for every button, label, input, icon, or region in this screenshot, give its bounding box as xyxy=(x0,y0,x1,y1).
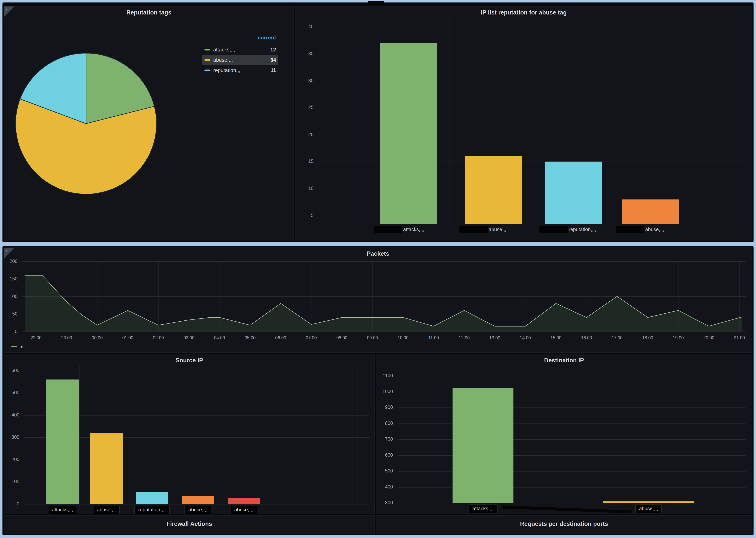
legend-dash-icon xyxy=(205,59,210,61)
y-axis-tick-label: 0 xyxy=(0,501,20,507)
legend-value: 12 xyxy=(261,47,276,53)
bar xyxy=(380,43,437,224)
panel-firewall-actions: Firewall Actions xyxy=(4,515,375,534)
packets-line-chart: 05010015020022:0023:0000:0001:0002:0003:… xyxy=(4,248,752,352)
line-series xyxy=(22,261,745,332)
pie-legend: current attacks,,,,12abuse,,,,34reputati… xyxy=(202,35,278,76)
legend-row[interactable]: reputation,,,,11 xyxy=(202,65,278,76)
gridline xyxy=(24,504,369,505)
x-axis-tick-label: 00:00 xyxy=(87,335,108,341)
panel-destination-ip: Destination IP 1100100090080070060050040… xyxy=(376,354,752,514)
x-axis-tick-label: 11:00 xyxy=(423,335,444,341)
packets-legend[interactable]: in xyxy=(12,344,24,349)
legend-row[interactable]: attacks,,,,12 xyxy=(202,45,278,55)
x-axis-label: abuse,,,, xyxy=(635,505,662,513)
x-axis-tick-label: 21:00 xyxy=(729,335,750,341)
y-axis-tick-label: 400 xyxy=(374,484,393,490)
x-axis-label: abuse,,,, xyxy=(616,226,664,233)
panel-requests-per-destination-ports: Requests per destination ports xyxy=(376,515,752,534)
gridline xyxy=(24,371,369,371)
y-axis-tick-label: 10 xyxy=(295,186,313,191)
x-axis-tick-label: 18:00 xyxy=(637,335,658,341)
bar xyxy=(46,380,79,504)
y-axis-tick-label: 800 xyxy=(374,420,393,426)
x-axis-tick-label: 20:00 xyxy=(698,335,719,341)
panel-source-ip: Source IP 0100200300400500600attacks,,,,… xyxy=(4,354,375,514)
panel-title-source-ip[interactable]: Source IP xyxy=(4,357,374,364)
x-axis-tick-label: 04:00 xyxy=(209,335,230,341)
legend-label[interactable]: abuse,,,, xyxy=(213,57,261,63)
y-axis-tick-label: 50 xyxy=(0,311,18,317)
y-axis-tick-label: 40 xyxy=(295,24,313,29)
panel-title-ip-list[interactable]: IP list reputation for abuse tag xyxy=(296,9,752,16)
gridline xyxy=(449,16,449,224)
x-axis-label: reputation,,,, xyxy=(539,226,596,233)
panel-packets: i Packets 05010015020022:0023:0000:0001:… xyxy=(4,247,752,352)
x-axis-tick-label: 08:00 xyxy=(331,335,353,341)
x-axis-tick-label: 15:00 xyxy=(545,335,566,341)
x-axis-tick-label: 16:00 xyxy=(576,335,597,341)
y-axis-tick-label: 900 xyxy=(374,404,393,410)
gridline xyxy=(318,27,744,27)
x-axis-label-text: attacks,,,, xyxy=(403,227,424,233)
top-section: i Reputation tags current attacks,,,,12a… xyxy=(2,2,754,242)
reputation-pie-chart[interactable] xyxy=(14,51,159,196)
info-icon-letter: i xyxy=(6,248,7,253)
x-axis-label: attacks,,,, xyxy=(374,226,424,233)
panel-info-icon[interactable]: i xyxy=(4,7,15,17)
ip-list-bar-chart: 510152025303540attacks,,,,abuse,,,,reput… xyxy=(296,7,752,241)
y-axis-tick-label: 600 xyxy=(0,368,20,373)
y-axis-tick-label: 500 xyxy=(0,390,20,395)
legend-value: 11 xyxy=(261,68,276,73)
y-axis-tick-label: 5 xyxy=(295,213,313,218)
panel-reputation-tags: i Reputation tags current attacks,,,,12a… xyxy=(4,6,294,241)
panel-title-firewall-actions[interactable]: Firewall Actions xyxy=(4,520,374,527)
y-axis-tick-label: 500 xyxy=(374,468,393,474)
legend-dash-icon xyxy=(205,70,210,71)
legend-header-current[interactable]: current xyxy=(202,35,278,41)
y-axis-tick-label: 200 xyxy=(0,258,18,264)
bar xyxy=(136,492,168,504)
gridline xyxy=(661,366,661,503)
panel-title-reputation-tags[interactable]: Reputation tags xyxy=(4,9,294,16)
x-axis-label: abuse,,,, xyxy=(459,226,508,233)
bar xyxy=(465,156,522,224)
x-axis-tick-label: 13:00 xyxy=(484,335,505,341)
panel-info-icon[interactable]: i xyxy=(4,248,15,258)
legend-label[interactable]: attacks,,,, xyxy=(213,47,261,53)
panel-title-packets[interactable]: Packets xyxy=(4,250,752,257)
x-axis-tick-label: 02:00 xyxy=(148,335,169,341)
legend-label[interactable]: reputation,,,, xyxy=(213,68,261,73)
legend-dash-icon xyxy=(12,346,17,347)
x-axis-label: attacks,,,, xyxy=(469,505,497,513)
x-axis-label: attacks,,,, xyxy=(48,506,77,514)
x-axis-tick-label: 22:00 xyxy=(25,335,46,341)
redaction-blob xyxy=(459,226,488,233)
y-axis-tick-label: 30 xyxy=(295,78,313,83)
x-axis-label: abuse,,,, xyxy=(231,506,257,514)
x-axis-label-text: reputation,,,, xyxy=(569,227,596,233)
y-axis-tick-label: 15 xyxy=(295,158,313,164)
panel-title-destination-ip[interactable]: Destination IP xyxy=(376,357,752,364)
x-axis-label-text: abuse,,,, xyxy=(645,227,664,233)
x-axis-tick-label: 23:00 xyxy=(56,335,77,341)
redaction-blob xyxy=(374,226,402,233)
redaction-blob xyxy=(539,226,568,233)
x-axis-tick-label: 01:00 xyxy=(117,335,138,341)
x-axis-tick-label: 09:00 xyxy=(362,335,383,341)
x-axis-label: abuse,,,, xyxy=(93,506,120,514)
x-axis-tick-label: 07:00 xyxy=(301,335,322,341)
bar xyxy=(452,388,513,503)
top-edge-redaction-notch xyxy=(368,1,384,6)
bar xyxy=(545,162,602,224)
bar xyxy=(603,502,694,503)
y-axis-tick-label: 25 xyxy=(295,105,313,110)
y-axis-tick-label: 1000 xyxy=(374,389,393,394)
legend-row[interactable]: abuse,,,,34 xyxy=(202,55,278,65)
bar xyxy=(228,498,260,504)
redaction-blob xyxy=(616,226,644,233)
x-axis-tick-label: 17:00 xyxy=(606,335,628,341)
x-axis-label: abuse,,,, xyxy=(185,506,211,514)
panel-title-requests-ports[interactable]: Requests per destination ports xyxy=(376,520,752,527)
bar xyxy=(182,496,214,504)
